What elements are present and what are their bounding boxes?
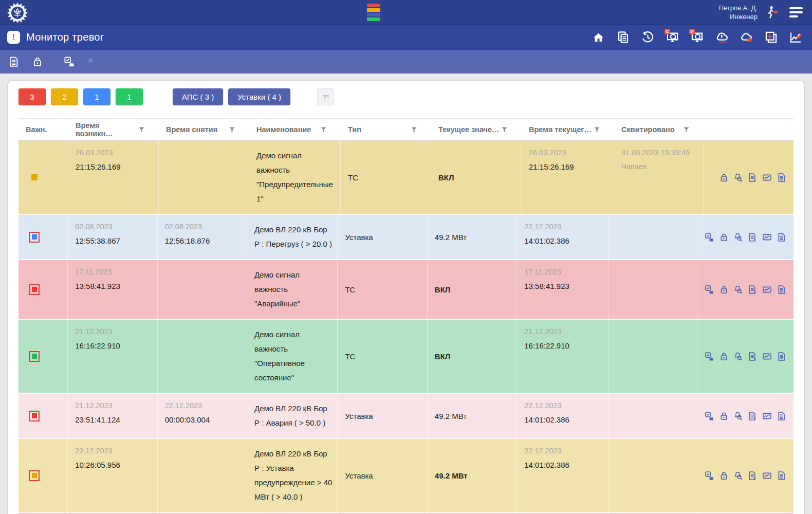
setpoints-group-button[interactable]: Уставки ( 4 ) — [228, 88, 290, 105]
time-text: 16:16:22.910 — [524, 341, 603, 350]
column-header: Наименование — [249, 122, 341, 137]
alarm-search-icon[interactable] — [733, 285, 743, 295]
document-icon[interactable] — [777, 352, 786, 361]
trend-icon[interactable] — [762, 173, 772, 182]
protocol-icon[interactable] — [748, 285, 758, 295]
warning-count-button[interactable]: 2 — [51, 88, 78, 105]
journals-icon[interactable] — [616, 30, 630, 44]
table-row[interactable]: 17.11.202313:58:41.923Демо сигнал важнос… — [19, 260, 793, 320]
aps-group-button[interactable]: АПС ( 3 ) — [173, 88, 223, 105]
lock-icon[interactable] — [719, 232, 729, 242]
table-row[interactable]: 21.12.202316:16:22.910Демо сигнал важнос… — [19, 320, 793, 394]
document-icon[interactable] — [777, 411, 786, 421]
column-filter-icon[interactable] — [228, 126, 236, 134]
acknowledge-icon[interactable] — [705, 411, 714, 421]
document-icon[interactable] — [777, 285, 786, 295]
lock-icon[interactable] — [719, 411, 729, 421]
lock-icon[interactable] — [719, 352, 729, 361]
column-filter-icon[interactable] — [682, 126, 690, 134]
home-icon[interactable] — [592, 30, 605, 44]
date-text: 02.08.2023 — [165, 223, 242, 231]
timestamp-cell: 21.12.202316:16:22.910 — [517, 320, 608, 393]
acknowledge-icon[interactable] — [705, 285, 714, 295]
table-row[interactable]: 02.08.202312:55:38.86702.08.202312:56:18… — [19, 215, 793, 260]
timestamp-cell: 22.12.202314:01:02.386 — [517, 394, 608, 438]
date-text: 21.12.2023 — [75, 401, 152, 410]
lock-icon[interactable] — [719, 173, 729, 182]
column-filter-icon[interactable] — [593, 126, 601, 134]
alarm-search-icon[interactable] — [733, 411, 743, 421]
document-icon[interactable] — [777, 471, 786, 481]
close-icon[interactable]: ✕ — [87, 56, 94, 67]
timestamp-cell: 26.03.202321:15:26.169 — [522, 141, 614, 214]
time-text: 10:26:05.956 — [75, 461, 152, 469]
alarm-search-icon[interactable] — [733, 232, 743, 242]
protocol-icon[interactable] — [748, 352, 758, 361]
alarm-type-cell: ТС — [341, 141, 431, 214]
search-signals-c-icon[interactable]: С — [666, 30, 679, 44]
table-header: Важн.Время возникн…Время снятияНаименова… — [19, 119, 793, 141]
timestamp-cell: 21.12.202316:16:22.910 — [68, 320, 157, 393]
logout-icon[interactable] — [765, 5, 780, 20]
importance-marker — [29, 411, 40, 421]
acknowledge-icon[interactable] — [705, 352, 714, 361]
history-icon[interactable] — [641, 30, 655, 44]
importance-marker — [31, 174, 38, 180]
alarm-search-icon[interactable] — [733, 173, 743, 182]
acknowledge-icon[interactable] — [64, 56, 75, 67]
lock-icon[interactable] — [719, 285, 729, 295]
timestamp-cell: 22.12.202314:01:02.386 — [517, 215, 608, 259]
trend-icon[interactable] — [762, 232, 772, 242]
search-signals-i-icon[interactable]: И — [690, 30, 704, 44]
alarm-type-cell: Уставка — [338, 215, 427, 259]
trend-icon[interactable] — [762, 411, 772, 421]
importance-cell — [19, 439, 68, 512]
date-text: 26.03.2023 — [76, 149, 153, 157]
document-icon[interactable] — [777, 232, 786, 242]
alarm-status-indicator[interactable] — [367, 4, 380, 21]
column-filter-icon[interactable] — [320, 126, 327, 134]
journal-icon[interactable] — [8, 56, 20, 67]
acknowledge-icon[interactable] — [705, 471, 714, 481]
trends-check-icon[interactable] — [789, 30, 803, 44]
clear-filter-button[interactable] — [317, 88, 334, 105]
date-text: 17.11.2023 — [524, 268, 603, 276]
date-text: 22.12.2023 — [75, 447, 152, 455]
column-filter-icon[interactable] — [501, 126, 508, 134]
protocol-icon[interactable] — [748, 471, 758, 481]
nav-badge: С — [665, 29, 670, 34]
cloud-events-icon[interactable] — [715, 30, 729, 44]
column-filter-icon[interactable] — [138, 126, 145, 134]
info-count-button[interactable]: 1 — [83, 88, 110, 105]
nav-badge: И — [689, 29, 695, 34]
critical-count-button[interactable]: 3 — [19, 88, 46, 105]
display-ground-icon[interactable] — [764, 30, 778, 44]
lock-icon[interactable] — [32, 56, 43, 67]
column-filter-icon[interactable] — [410, 126, 418, 134]
protocol-icon[interactable] — [748, 232, 758, 242]
trend-icon[interactable] — [762, 471, 772, 481]
current-value-cell: 49.2 МВт — [428, 439, 517, 512]
alarm-search-icon[interactable] — [733, 471, 743, 481]
alarm-level-operational — [367, 17, 380, 21]
table-row[interactable]: 22.12.202310:26:05.956Демо ВЛ 220 кВ Бор… — [19, 439, 793, 513]
column-header: Тип — [341, 125, 431, 134]
document-icon[interactable] — [777, 173, 786, 182]
menu-button[interactable] — [787, 5, 805, 20]
alarm-name-cell: Демо сигнал важность "Предупредительные … — [249, 141, 341, 214]
lock-icon[interactable] — [719, 471, 729, 481]
cloud-favorites-icon[interactable] — [740, 30, 753, 44]
column-header: Время текущег… — [522, 125, 614, 134]
current-value-cell: 49.2 МВт — [428, 215, 517, 259]
trend-icon[interactable] — [762, 285, 772, 295]
acknowledge-icon[interactable] — [705, 232, 714, 242]
time-text: 12:56:18.876 — [165, 236, 242, 245]
protocol-icon[interactable] — [748, 173, 758, 182]
operational-count-button[interactable]: 1 — [116, 88, 143, 105]
protocol-icon[interactable] — [748, 411, 758, 421]
importance-marker-fill — [32, 413, 37, 418]
table-row[interactable]: 21.12.202323:51:41.12422.12.202300:00:03… — [19, 394, 793, 439]
trend-icon[interactable] — [762, 352, 772, 361]
alarm-search-icon[interactable] — [733, 352, 743, 361]
table-row[interactable]: 26.03.202321:15:26.169Демо сигнал важнос… — [19, 141, 793, 215]
